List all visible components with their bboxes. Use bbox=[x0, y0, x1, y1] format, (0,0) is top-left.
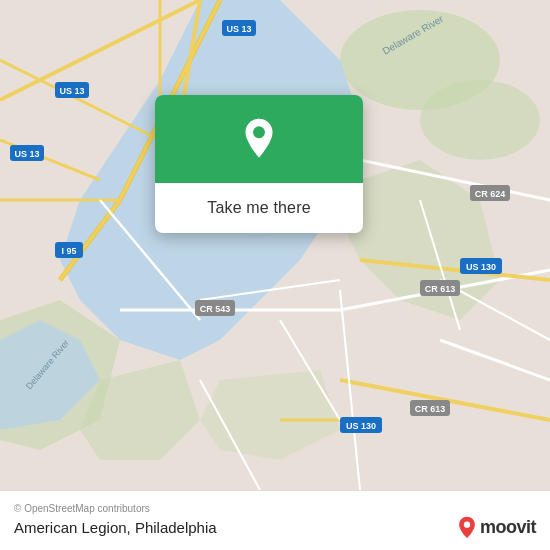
moovit-logo: moovit bbox=[456, 516, 536, 538]
svg-point-57 bbox=[253, 126, 265, 138]
popup-card: Take me there bbox=[155, 95, 363, 233]
popup-green-area bbox=[155, 95, 363, 183]
svg-text:US 13: US 13 bbox=[226, 24, 251, 34]
svg-text:CR 613: CR 613 bbox=[425, 284, 456, 294]
popup-button-area[interactable]: Take me there bbox=[155, 183, 363, 233]
moovit-pin-icon bbox=[456, 516, 478, 538]
svg-point-58 bbox=[464, 522, 470, 528]
attribution-text: © OpenStreetMap contributors bbox=[14, 503, 536, 514]
svg-text:US 13: US 13 bbox=[14, 149, 39, 159]
map-container: Delaware River Delaware River bbox=[0, 0, 550, 490]
svg-text:US 130: US 130 bbox=[466, 262, 496, 272]
location-pin-icon bbox=[237, 117, 281, 161]
svg-text:CR 613: CR 613 bbox=[415, 404, 446, 414]
svg-text:CR 543: CR 543 bbox=[200, 304, 231, 314]
location-name: American Legion, Philadelphia bbox=[14, 519, 217, 536]
svg-point-2 bbox=[420, 80, 540, 160]
svg-text:US 130: US 130 bbox=[346, 421, 376, 431]
location-name-text: American Legion, bbox=[14, 519, 131, 536]
svg-text:US 13: US 13 bbox=[59, 86, 84, 96]
bottom-bar: © OpenStreetMap contributors American Le… bbox=[0, 490, 550, 550]
location-city-text: Philadelphia bbox=[135, 519, 217, 536]
location-row: American Legion, Philadelphia moovit bbox=[14, 516, 536, 538]
svg-text:CR 624: CR 624 bbox=[475, 189, 506, 199]
take-me-there-button[interactable]: Take me there bbox=[199, 197, 318, 219]
moovit-text: moovit bbox=[480, 517, 536, 538]
svg-text:I 95: I 95 bbox=[61, 246, 76, 256]
